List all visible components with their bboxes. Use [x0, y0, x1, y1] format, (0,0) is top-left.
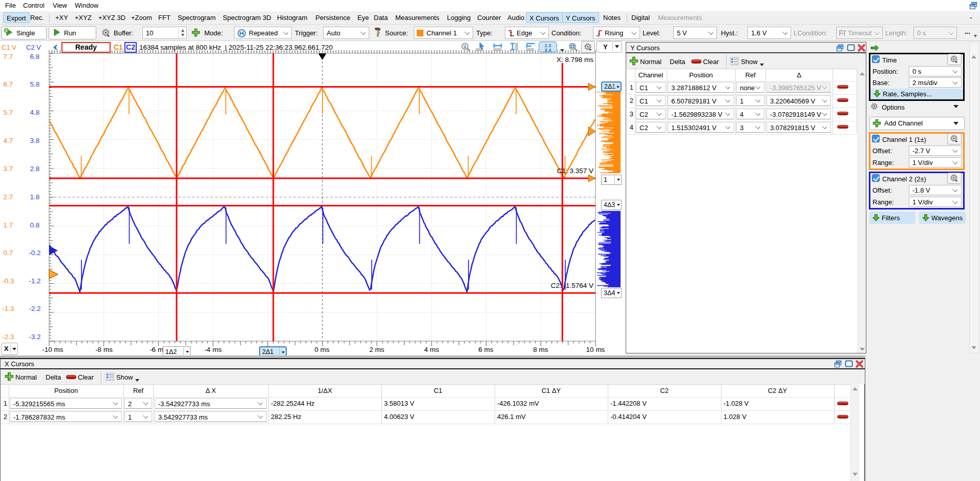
- svg-text:1: 1: [464, 45, 466, 49]
